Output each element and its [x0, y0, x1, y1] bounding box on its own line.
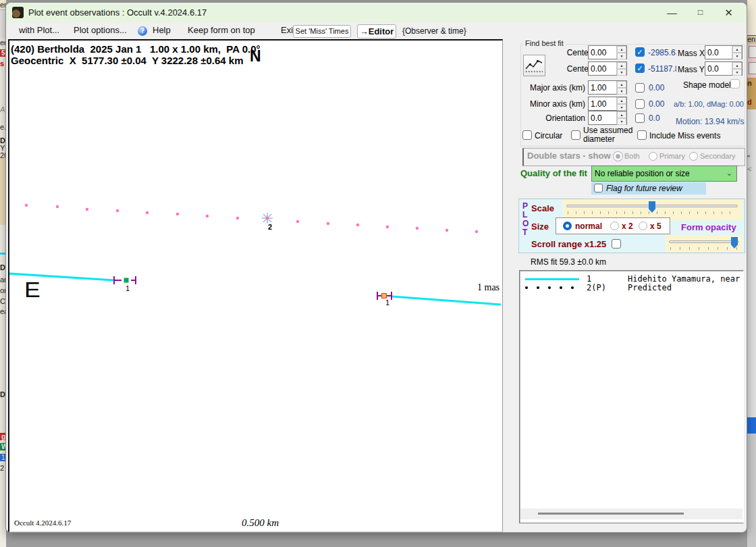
plot-letter-p: P [522, 201, 528, 211]
mas-scale-label: 1 mas [477, 282, 500, 293]
minor-axis-fit-checkbox[interactable] [635, 99, 645, 109]
center-y-value[interactable]: 0.00 [589, 62, 616, 75]
star-label: 2 [268, 223, 272, 231]
chord1-line-left[interactable] [9, 274, 114, 280]
plot-letter-t: T [522, 228, 527, 237]
bg-right-cream-block [747, 0, 756, 35]
center-y-spin-buttons[interactable]: ▲▼ [616, 62, 626, 75]
include-miss-label: Include Miss events [649, 131, 720, 140]
up-arrow-icon[interactable]: ▲ [617, 81, 626, 88]
editor-button[interactable]: →Editor [357, 24, 396, 38]
set-miss-times-button[interactable]: Set 'Miss' Times [293, 25, 351, 38]
use-assumed-checkbox[interactable] [571, 130, 580, 140]
menu-keep-on-top[interactable]: Keep form on top [188, 25, 255, 35]
scroll-range-checkbox[interactable] [612, 239, 621, 249]
down-arrow-icon[interactable]: ▼ [617, 88, 626, 95]
minor-axis-spinner[interactable]: 1.00 ▲▼ [588, 97, 627, 111]
orientation-fit-value: 0.0 [649, 113, 674, 123]
down-arrow-icon[interactable]: ▼ [617, 69, 626, 76]
minimize-button[interactable]: — [658, 3, 686, 22]
center-y-fit-checkbox[interactable]: ✓ [635, 63, 645, 73]
down-arrow-icon[interactable]: ▼ [732, 69, 742, 76]
quality-dropdown[interactable]: No reliable position or size ⌄ [591, 165, 737, 182]
size-x2-radio[interactable] [610, 222, 619, 230]
radio-secondary-label: Secondary [700, 152, 736, 160]
center-x-spin-buttons[interactable]: ▲▼ [616, 46, 626, 59]
chord1-line-right[interactable] [392, 296, 501, 305]
observer-time-label: {Observer & time} [402, 26, 466, 36]
shape-model-label: Shape model [683, 80, 731, 90]
orientation-fit-checkbox[interactable] [635, 113, 645, 123]
major-axis-spinner[interactable]: 1.00 ▲▼ [588, 80, 627, 95]
minor-axis-label: Minor axis (km) [488, 99, 585, 109]
quality-value: No reliable position or size [595, 169, 690, 178]
rms-fit-label: RMS fit 59.3 ±0.0 km [531, 257, 606, 267]
menu-with-plot[interactable]: with Plot... [19, 25, 59, 35]
mass-y-value[interactable]: 0.0 [705, 62, 732, 75]
size-normal-label: normal [575, 222, 602, 231]
size-radio-group: normal x 2 x 5 [556, 217, 670, 234]
major-axis-fit-checkbox[interactable] [635, 83, 645, 93]
size-x5-radio[interactable] [639, 222, 647, 230]
up-arrow-icon[interactable]: ▲ [617, 62, 626, 69]
minor-axis-spin-buttons[interactable]: ▲▼ [616, 97, 626, 110]
mass-y-spinner[interactable]: 0.0 ▲▼ [705, 61, 742, 76]
size-x2-label: x 2 [622, 222, 633, 231]
up-arrow-icon[interactable]: ▲ [732, 46, 742, 53]
center-x-value[interactable]: 0.00 [589, 46, 616, 59]
radio-primary-label: Primary [659, 152, 685, 160]
legend-row2-name: Predicted [628, 283, 672, 292]
title-bar[interactable]: Plot event observations : Occult v.4.202… [6, 3, 747, 22]
include-miss-checkbox[interactable] [637, 130, 647, 140]
form-opacity-track[interactable] [669, 240, 739, 243]
major-axis-spin-buttons[interactable]: ▲▼ [616, 81, 626, 94]
down-arrow-icon[interactable]: ▼ [617, 53, 626, 59]
up-arrow-icon[interactable]: ▲ [617, 97, 626, 104]
radio-both[interactable] [614, 152, 622, 161]
center-x-fit-checkbox[interactable]: ✓ [635, 47, 645, 57]
motion-label: Motion: 13.94 km/s [676, 117, 744, 126]
form-opacity-slider[interactable] [666, 235, 742, 252]
legend-scrollbar[interactable] [520, 509, 742, 519]
down-arrow-icon[interactable]: ▼ [617, 104, 626, 111]
bg-right-gray-block [747, 434, 756, 547]
mass-y-spin-buttons[interactable]: ▲▼ [732, 62, 742, 75]
radio-secondary[interactable] [689, 152, 698, 161]
maximize-button[interactable]: □ [686, 3, 714, 22]
chord1-midpoint-marker[interactable] [124, 278, 129, 283]
orientation-spin-buttons[interactable]: ▲▼ [616, 111, 626, 124]
main-window: Plot event observations : Occult v.4.202… [5, 2, 747, 533]
plot-svg: 2 1 1 [9, 41, 503, 532]
menu-help[interactable]: Help [153, 25, 171, 35]
close-button[interactable]: ✕ [715, 3, 742, 22]
legend-predicted-swatch [548, 286, 551, 289]
size-normal-radio[interactable] [563, 222, 572, 230]
mass-x-spinner[interactable]: 0.0 ▲▼ [705, 45, 742, 59]
orientation-spinner[interactable]: 0.0 ▲▼ [588, 111, 627, 125]
radio-primary[interactable] [649, 152, 657, 161]
flag-checkbox[interactable] [594, 184, 603, 192]
major-axis-value[interactable]: 1.00 [589, 81, 616, 94]
find-best-fit-label: Find best fit [523, 39, 566, 47]
legend-scrollbar-thumb[interactable] [538, 513, 684, 515]
shape-model-checkbox[interactable] [730, 79, 740, 88]
mass-x-value[interactable]: 0.0 [705, 46, 732, 59]
chevron-down-icon: ⌄ [726, 169, 732, 178]
center-x-spinner[interactable]: 0.00 ▲▼ [588, 45, 627, 59]
help-icon[interactable]: ? [138, 26, 147, 36]
up-arrow-icon[interactable]: ▲ [732, 62, 742, 69]
chord1b-midpoint-marker[interactable] [382, 294, 387, 298]
menu-plot-options[interactable]: Plot options... [74, 25, 127, 35]
ab-dmag-label: a/b: 1.00, dMag: 0.00 [674, 100, 744, 108]
plot-canvas[interactable]: (420) Bertholda 2025 Jan 1 1.00 x 1.00 k… [8, 39, 503, 532]
up-arrow-icon[interactable]: ▲ [617, 46, 626, 53]
center-y-spinner[interactable]: 0.00 ▲▼ [588, 61, 627, 76]
down-arrow-icon[interactable]: ▼ [732, 53, 742, 59]
minor-axis-value[interactable]: 1.00 [589, 97, 616, 110]
down-arrow-icon[interactable]: ▼ [617, 118, 626, 125]
mass-x-spin-buttons[interactable]: ▲▼ [732, 46, 742, 59]
orientation-value[interactable]: 0.0 [589, 111, 616, 124]
star-center-dot [266, 217, 269, 220]
circular-checkbox[interactable] [522, 130, 532, 140]
up-arrow-icon[interactable]: ▲ [617, 111, 626, 118]
